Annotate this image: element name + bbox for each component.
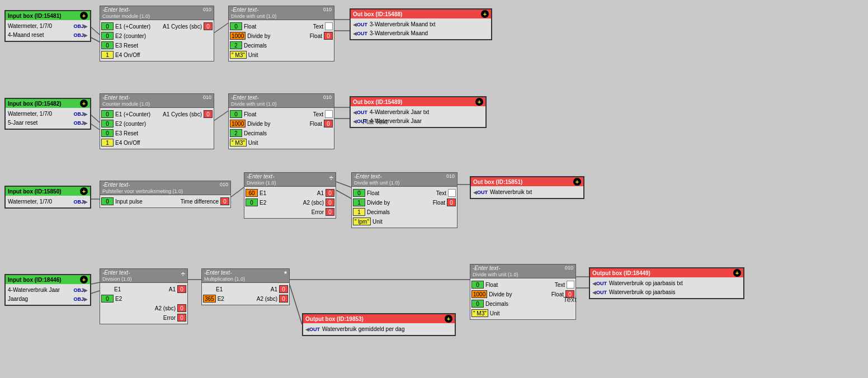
div2-row-2: 0 E2	[101, 294, 186, 303]
plus-icon-18446[interactable]: +	[80, 276, 88, 284]
input-box-15850[interactable]: Input box (ID:15850) + Watermeter, 1/7/0…	[4, 186, 91, 209]
divide-4-sub: Divide with unit (1.0)	[473, 272, 518, 277]
d2-lbl-3: Decimals	[242, 130, 268, 136]
in-arrow-15489-1: ◀	[353, 110, 357, 115]
plus-icon-15851[interactable]: +	[573, 178, 581, 186]
mul-rlbl-1: A1	[269, 286, 279, 292]
d4-rval-1	[567, 281, 574, 289]
d1-val-2: 1000	[230, 32, 246, 40]
input-title-18446: Input box (ID:18446)	[8, 277, 62, 283]
out-row-15489-1: ◀ OUT 4-Waterverbruik Jaar txt	[353, 108, 483, 116]
mul-row-2: 365 E2 A2 (sbc) 0	[203, 294, 288, 303]
input-row-1: Watermeter, 1/7/0 OBJ ▶	[8, 22, 88, 30]
divide-4-row-1: 0 Float Text	[471, 280, 574, 289]
div2-row-1: E1 A1 0	[101, 285, 186, 294]
divide-with-unit-1[interactable]: 010 -Enter text- Divide with unit (1.0) …	[228, 6, 334, 62]
multiply-body: E1 A1 0 365 E2 A2 (sbc) 0	[202, 283, 289, 305]
out-type-15851-1: OUT	[477, 190, 488, 195]
out-box-15851[interactable]: Out box (ID:15851) + ◀ OUT Waterverbruik…	[470, 176, 584, 199]
out-type-15488-1: OUT	[357, 22, 367, 27]
counter-module-1[interactable]: 010 -Enter text- Counter module (1.0) 0 …	[100, 6, 214, 62]
input-box-15482[interactable]: Input box (ID:15482) + Watermeter, 1/7/0…	[4, 98, 91, 130]
out-box-19853[interactable]: Output box (ID:19853) + ◀ OUT Waterverbr…	[302, 313, 456, 336]
plus-icon-15850[interactable]: +	[80, 187, 88, 195]
counter-2-title: -Enter text-	[102, 94, 130, 101]
c2-val-3: 0	[101, 129, 114, 137]
arrow-15850-1: ▶	[84, 199, 88, 205]
counter-2-row-2: 0 E2 (counter)	[101, 119, 213, 128]
out-box-15488[interactable]: Out box (ID:15488) + ◀ OUT 3-Waterverbru…	[350, 8, 492, 40]
counter-1-row-2: 0 E2 (counter)	[101, 31, 213, 40]
div2-rval-1: 0	[177, 285, 186, 293]
divide-with-unit-4[interactable]: 010 -Enter text- Divide with unit (1.0) …	[470, 264, 576, 320]
in-arrow-15489-2: ◀	[353, 119, 357, 124]
plus-icon-15488[interactable]: +	[481, 10, 489, 18]
d4-val-4: " M3"	[471, 309, 488, 317]
input-label-watermeter3: Watermeter, 1/7/0	[8, 199, 71, 205]
divide-with-unit-3[interactable]: 010 -Enter text- Divide with unit (1.0) …	[351, 172, 457, 228]
c2-val-1: 0	[101, 110, 114, 118]
pulsteller-count: 010	[220, 182, 228, 187]
out-title-15488: Out box (ID:15488)	[353, 11, 402, 17]
divide-1-sub: Divide with unit (1.0)	[231, 13, 277, 19]
divide-2-row-4: " M3" Unit	[230, 138, 333, 147]
plus-icon-15482[interactable]: +	[80, 100, 88, 107]
d4-lbl-4: Unit	[488, 310, 502, 316]
divide-3-row-3: 1 Decimals	[353, 207, 456, 216]
mul-rval-1: 0	[279, 285, 288, 293]
multiplication-node[interactable]: * -Enter text- Multiplication (1.0) E1 A…	[201, 268, 290, 305]
d2-lbl-1: Float	[242, 111, 258, 117]
divide-1-title: -Enter text-	[231, 7, 258, 13]
div2-rlbl-3: A2 (sbc)	[153, 305, 177, 311]
out-type-18449-1: OUT	[596, 281, 607, 286]
plus-icon-15489[interactable]: +	[475, 98, 483, 106]
counter-module-2[interactable]: 010 -Enter text- Counter module (1.0) 0 …	[100, 93, 214, 149]
p-lbl-1: Input pulse	[114, 199, 144, 205]
input-box-15481[interactable]: Input box (ID:15481) + Watermeter, 1/7/0…	[4, 10, 91, 42]
d1-lbl-1: Float	[242, 23, 258, 30]
out-header-15488: Out box (ID:15488) +	[351, 10, 491, 18]
d1-rlbl-2: Float	[308, 33, 324, 39]
division-node-1[interactable]: ÷ -Enter text- Division (1.0) 60 E1 A1 0…	[244, 172, 336, 219]
c1-lbl-3: E3 Reset	[114, 42, 140, 49]
d2-val-1: 0	[230, 110, 242, 118]
d3-val-3: 1	[353, 208, 365, 216]
p-rval-1: 0	[220, 197, 229, 205]
c2-lbl-1: E1 (+Counter)	[114, 111, 152, 117]
divide-with-unit-2[interactable]: 010 -Enter text- Divide with unit (1.0) …	[228, 93, 334, 149]
flat-text-label: Flat Text	[362, 118, 388, 126]
out-row-19853-1: ◀ OUT Waterverbruik gemiddeld per dag	[305, 325, 452, 333]
multiply-title: -Enter text-	[204, 270, 232, 276]
input-box-18446[interactable]: Input box (ID:18446) + 4-Waterverbruik J…	[4, 274, 91, 306]
division-1-title: -Enter text-	[247, 173, 274, 179]
counter-2-row-4: 1 E4 On/Off	[101, 138, 213, 147]
arrow-15482-2: ▶	[84, 120, 88, 126]
d4-lbl-3: Decimals	[484, 301, 510, 307]
d3-rlbl-2: Float	[431, 200, 447, 206]
out-type-15489-1: OUT	[357, 110, 367, 115]
plus-icon-18449[interactable]: +	[733, 269, 741, 277]
pulsteller-row-1: 0 Input pulse Time difference 0	[101, 197, 229, 206]
out-title-18449: Output box (ID:18449)	[592, 270, 650, 276]
out-box-18449[interactable]: Output box (ID:18449) + ◀ OUT Waterverbr…	[589, 267, 744, 299]
pulsteller-node[interactable]: 010 -Enter text- Pulsteller voor verbrui…	[100, 181, 231, 208]
d2-lbl-4: Unit	[247, 140, 260, 146]
plus-icon-15481[interactable]: +	[80, 12, 88, 20]
d1-val-1: 0	[230, 22, 242, 30]
division-node-2[interactable]: ÷ -Enter text- Division (1.0) E1 A1 0 0 …	[100, 268, 188, 324]
counter-1-row-4: 1 E4 On/Off	[101, 50, 213, 59]
divide-3-row-2: 1 Divide by Float 0	[353, 198, 456, 207]
c1-rlbl-1: A1 Cycles (sbc)	[161, 23, 204, 30]
in-arrow-18449-1: ◀	[592, 281, 596, 286]
out-row-1: ◀ OUT 3-Waterverbruik Maand txt	[353, 20, 489, 29]
input-row-15482-2: 5-Jaar reset OBJ ▶	[8, 119, 88, 127]
div2-row-3: A2 (sbc) 0	[101, 304, 186, 313]
multiply-sub: Multiplication (1.0)	[204, 276, 245, 282]
div1-val-2: 0	[246, 199, 258, 206]
plus-icon-19853[interactable]: +	[445, 315, 452, 323]
out-row-2: ◀ OUT 3-Waterverbruik Maand	[353, 29, 489, 37]
division-1-symbol: ÷	[329, 173, 333, 182]
out-title-19853: Output box (ID:19853)	[305, 316, 364, 322]
d1-lbl-2: Divide by	[246, 33, 272, 39]
d2-val-2: 1000	[230, 120, 246, 127]
